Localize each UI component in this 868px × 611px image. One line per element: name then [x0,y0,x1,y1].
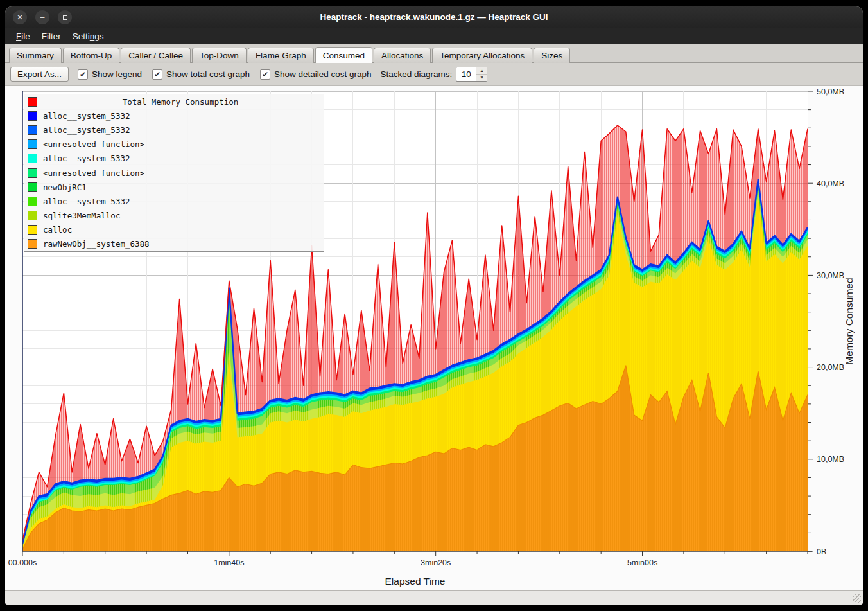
window-title: Heaptrack - heaptrack.wakunode.1.gz — He… [5,6,863,28]
legend-item: calloc [24,223,324,237]
legend-label: alloc__system_5332 [37,125,130,135]
x-tick-label: 3min20s [421,558,451,567]
legend-item: sqlite3MemMalloc [24,209,324,223]
legend-label: <unresolved function> [37,168,144,178]
legend-item: <unresolved function> [24,137,324,152]
legend-item: alloc__system_5332 [24,123,324,137]
spin-up-button[interactable]: ▲ [476,67,487,75]
spin-down-button[interactable]: ▼ [476,75,487,81]
tab-top-down[interactable]: Top-Down [192,48,247,63]
legend-item: newObjRC1 [24,180,324,194]
legend-item: alloc__system_5332 [24,152,324,166]
title-bar: ✕ – Heaptrack - heaptrack.wakunode.1.gz … [5,6,863,28]
legend-item: <unresolved function> [24,166,324,180]
legend-swatch [28,139,37,149]
legend-item: rawNewObj__system_6388 [24,237,324,251]
legend-swatch [28,225,37,235]
tab-temporary-allocations[interactable]: Temporary Allocations [432,48,532,63]
legend-label: newObjRC1 [37,182,87,192]
tab-sizes[interactable]: Sizes [534,48,570,63]
legend-swatch [28,154,37,163]
legend-item: alloc__system_5332 [24,109,324,123]
app-window: ✕ – Heaptrack - heaptrack.wakunode.1.gz … [5,6,863,605]
legend-label: sqlite3MemMalloc [37,211,120,220]
y-tick-label: 0B [817,547,826,556]
export-as-button[interactable]: Export As... [10,67,69,82]
checkbox-show-total-cost-graph[interactable]: ✔Show total cost graph [152,69,250,80]
checkbox-label: Show total cost graph [166,69,250,79]
tab-bar: SummaryBottom-UpCaller / CalleeTop-DownF… [5,44,863,63]
legend-label: alloc__system_5332 [37,111,130,121]
memory-consumed-chart: 0B10,0MB20,0MB30,0MB40,0MB50,0MB00.000s1… [5,86,863,590]
y-tick-label: 50,0MB [817,87,844,96]
legend-swatch [28,168,37,178]
tab-bottom-up[interactable]: Bottom-Up [63,48,120,63]
checkbox-show-detailed-cost-graph[interactable]: ✔Show detailed cost graph [260,69,372,80]
checkbox-show-legend[interactable]: ✔Show legend [78,69,142,80]
legend-swatch [28,239,37,249]
menu-filter[interactable]: Filter [36,30,67,43]
tab-caller-callee[interactable]: Caller / Callee [121,48,191,63]
resize-grip[interactable] [853,594,861,603]
chart-legend: Total Memory Consumptionalloc__system_53… [24,94,324,252]
checkbox-box[interactable]: ✔ [152,69,162,80]
menu-settings[interactable]: Settings [67,30,110,43]
checkbox-box[interactable]: ✔ [260,69,270,80]
tab-allocations[interactable]: Allocations [374,48,431,63]
legend-label: alloc__system_5332 [37,197,130,206]
y-tick-label: 30,0MB [817,271,844,280]
tab-summary[interactable]: Summary [9,48,62,63]
x-tick-label: 00.000s [8,558,37,567]
stacked-diagrams-value[interactable]: 10 [456,67,476,81]
legend-label: alloc__system_5332 [37,154,130,163]
legend-item: alloc__system_5332 [24,194,324,208]
x-axis-title: Elapsed Time [385,576,446,587]
stacked-diagrams-label: Stacked diagrams: [381,69,453,79]
legend-label: rawNewObj__system_6388 [37,239,150,249]
legend-swatch [28,211,37,220]
status-bar [5,590,863,605]
x-tick-label: 1min40s [214,558,244,567]
menu-bar: FileFilterSettings [5,28,863,44]
legend-swatch [28,125,37,135]
legend-label: Total Memory Consumption [37,97,324,107]
tab-flame-graph[interactable]: Flame Graph [248,48,314,63]
menu-file[interactable]: File [10,30,36,43]
legend-swatch [28,111,37,121]
legend-item: Total Memory Consumption [24,94,324,109]
checkbox-box[interactable]: ✔ [78,69,88,80]
y-tick-label: 10,0MB [817,455,844,464]
legend-label: <unresolved function> [37,139,144,149]
checkbox-label: Show legend [92,69,142,79]
checkbox-label: Show detailed cost graph [274,69,372,79]
legend-label: calloc [37,225,72,235]
y-axis-title: Memory Consumed [844,278,855,364]
legend-swatch [28,197,37,206]
x-tick-label: 5min00s [627,558,657,567]
y-tick-label: 40,0MB [817,179,844,188]
stacked-diagrams-spinbox[interactable]: 10 ▲ ▼ [456,67,487,82]
tab-consumed[interactable]: Consumed [315,47,372,63]
legend-swatch [28,182,37,192]
legend-swatch [28,97,37,107]
y-tick-label: 20,0MB [817,363,844,372]
toolbar: Export As... ✔Show legend✔Show total cos… [5,63,863,86]
